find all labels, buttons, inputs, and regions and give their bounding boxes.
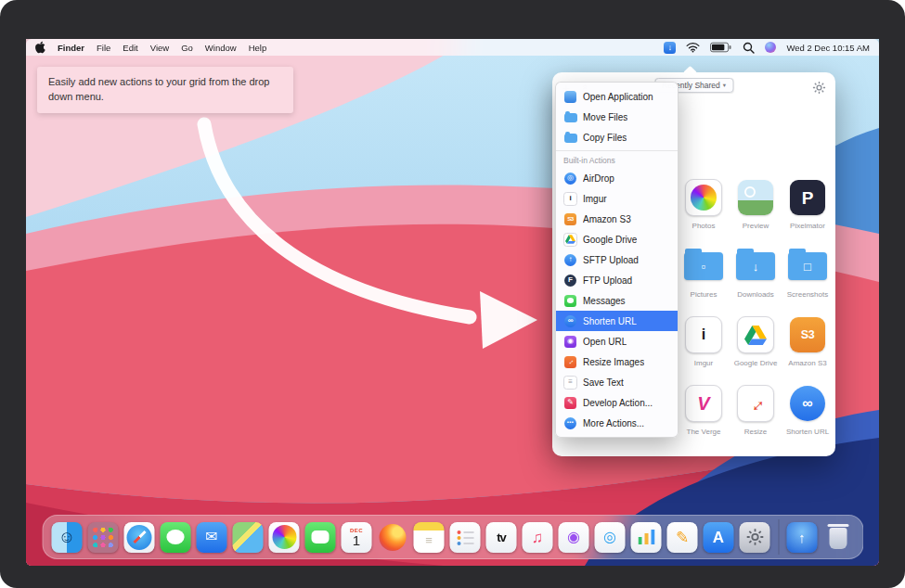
photos-icon xyxy=(269,522,300,553)
dropdown-item-move-files[interactable]: Move Files xyxy=(556,107,678,127)
messages-icon xyxy=(563,294,577,308)
menu-edit[interactable]: Edit xyxy=(123,43,137,53)
caret-down-icon: ▾ xyxy=(723,82,726,89)
folder-screenshots-icon: □ xyxy=(788,247,827,286)
dropzone-arrow-icon: ↓ xyxy=(664,42,676,54)
menu-help[interactable]: Help xyxy=(249,43,267,53)
siri-icon[interactable] xyxy=(765,42,776,53)
link-icon: ∞ xyxy=(790,384,825,423)
grid-item-screenshots[interactable]: □Screenshots xyxy=(783,247,832,299)
dropdown-item-ftp-upload[interactable]: FFTP Upload xyxy=(556,270,678,290)
grid-item-pixelmator[interactable]: PPixelmator xyxy=(783,178,832,230)
grid-item-resize[interactable]: ↔Resize xyxy=(731,384,780,436)
dock-item-music[interactable]: ♫ xyxy=(521,520,554,554)
trash-icon xyxy=(823,522,854,553)
grid-item-label: Pixelmator xyxy=(790,222,825,230)
dropdown-item-label: AirDrop xyxy=(583,173,614,184)
dock-item-messages[interactable] xyxy=(159,520,192,554)
menu-bar-clock[interactable]: Wed 2 Dec 10:15 AM xyxy=(786,43,870,53)
dropdown-item-imgur[interactable]: iImgur xyxy=(556,188,678,209)
dock-item-reminders[interactable] xyxy=(448,520,482,554)
menu-file[interactable]: File xyxy=(97,43,110,53)
dock-item-pages[interactable]: ✎ xyxy=(666,520,699,554)
grid-item-imgur[interactable]: iImgur xyxy=(679,315,728,367)
dropdown-item-label: Copy Files xyxy=(583,133,627,143)
dropdown-item-shorten-url[interactable]: ∞Shorten URL xyxy=(556,311,678,331)
spotlight-search-icon[interactable] xyxy=(743,42,755,54)
dropdown-item-open-application[interactable]: Open Application xyxy=(556,86,678,107)
menu-bar-menus: FinderFileEditViewGoWindowHelp xyxy=(58,43,266,53)
dock-separator xyxy=(778,519,779,555)
resize-icon: ↔ xyxy=(563,355,577,369)
wifi-icon[interactable] xyxy=(686,42,700,53)
dock: ☺✉DEC1≡tv♫◉◎✎A↑ xyxy=(42,515,863,559)
dropdown-item-airdrop[interactable]: ◎AirDrop xyxy=(556,168,678,188)
launchpad-icon xyxy=(88,522,119,553)
dock-item-appstore[interactable]: A xyxy=(702,520,735,554)
dock-item-photos[interactable] xyxy=(267,520,301,554)
openurl-icon: ◉ xyxy=(563,335,577,349)
dropdown-item-save-text[interactable]: ≡Save Text xyxy=(556,372,678,392)
grid-item-shorten-url[interactable]: ∞Shorten URL xyxy=(783,384,832,436)
grid-item-the-verge[interactable]: VThe Verge xyxy=(679,384,728,436)
grid-item-label: Resize xyxy=(744,428,767,436)
dock-item-settings[interactable] xyxy=(738,520,771,554)
desktop: Easily add new actions to your grid from… xyxy=(26,39,879,566)
numbers-icon xyxy=(631,522,662,553)
dropdown-item-label: FTP Upload xyxy=(583,275,632,286)
dropdown-item-label: Resize Images xyxy=(583,357,644,367)
dock-item-findmy[interactable]: ◎ xyxy=(593,520,627,554)
menu-window[interactable]: Window xyxy=(205,43,237,53)
dropdown-item-develop-action[interactable]: ✎Develop Action... xyxy=(556,392,678,413)
dock-item-facetime[interactable] xyxy=(304,520,337,554)
dock-item-mail[interactable]: ✉ xyxy=(195,520,228,554)
podcasts-icon: ◉ xyxy=(559,522,589,553)
grid-item-preview[interactable]: Preview xyxy=(731,178,780,230)
grid-item-downloads[interactable]: ↓Downloads xyxy=(731,247,780,299)
dropzone-menubar-icon[interactable]: ↓ xyxy=(664,42,676,54)
dock-item-podcasts[interactable]: ◉ xyxy=(557,520,590,554)
dock-item-tv[interactable]: tv xyxy=(485,520,518,554)
dropdown-item-label: Move Files xyxy=(583,112,627,122)
grid-item-amazon-s3[interactable]: S3Amazon S3 xyxy=(783,315,832,367)
dropdown-item-label: Develop Action... xyxy=(583,398,653,408)
battery-icon[interactable] xyxy=(710,42,732,53)
dock-item-maps[interactable] xyxy=(231,520,265,554)
grid-item-label: Preview xyxy=(743,222,769,230)
menu-finder[interactable]: Finder xyxy=(58,43,84,53)
callout-text: Easily add new actions to your grid from… xyxy=(48,76,269,102)
dock-item-notes[interactable]: ≡ xyxy=(412,520,446,554)
dropdown-item-messages[interactable]: Messages xyxy=(556,290,678,311)
savetext-icon: ≡ xyxy=(563,376,577,390)
dropdown-item-more-actions[interactable]: ⋯More Actions... xyxy=(556,413,678,433)
dock-item-trash[interactable] xyxy=(821,520,855,554)
dock-item-finder[interactable]: ☺ xyxy=(50,520,84,554)
grid-item-pictures[interactable]: ▫Pictures xyxy=(679,247,728,299)
grid-item-google-drive[interactable]: Google Drive xyxy=(731,315,780,367)
dropdown-item-resize-images[interactable]: ↔Resize Images xyxy=(556,352,678,372)
dropdown-item-amazon-s3[interactable]: S3Amazon S3 xyxy=(556,209,678,229)
reminders-icon xyxy=(450,522,481,553)
siri-orb xyxy=(765,42,776,53)
dock-item-launchpad[interactable] xyxy=(86,520,120,554)
music-icon: ♫ xyxy=(523,522,553,553)
dropdown-item-sftp-upload[interactable]: ↑SFTP Upload xyxy=(556,249,678,270)
settings-gear-icon[interactable] xyxy=(812,81,826,95)
dropdown-item-google-drive[interactable]: Google Drive xyxy=(556,229,678,249)
s3-icon: S3 xyxy=(563,212,577,226)
menu-go[interactable]: Go xyxy=(181,43,193,53)
firefox-icon xyxy=(378,522,408,553)
apple-menu-icon[interactable] xyxy=(35,41,45,54)
grid-item-photos[interactable]: Photos xyxy=(679,178,728,230)
airdrop-icon: ◎ xyxy=(563,172,577,185)
dropdown-item-open-url[interactable]: ◉Open URL xyxy=(556,331,678,352)
dock-item-dropzone[interactable]: ↑ xyxy=(785,520,819,554)
dropdown-item-copy-files[interactable]: Copy Files xyxy=(556,127,678,147)
dock-item-firefox[interactable] xyxy=(376,520,409,554)
resize-grid-icon: ↔ xyxy=(737,384,774,423)
dock-item-safari[interactable] xyxy=(123,520,156,554)
dock-item-numbers[interactable] xyxy=(629,520,663,554)
device-frame: Easily add new actions to your grid from… xyxy=(0,0,905,588)
dock-item-calendar[interactable]: DEC1 xyxy=(340,520,373,554)
menu-view[interactable]: View xyxy=(150,43,169,53)
